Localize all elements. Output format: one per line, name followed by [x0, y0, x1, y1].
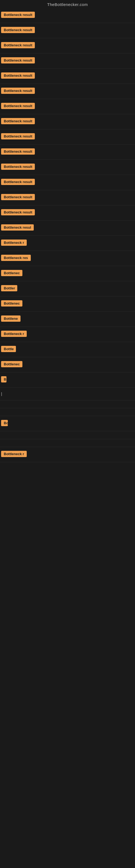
bottleneck-badge[interactable]: Bottleneck result — [1, 118, 35, 124]
bottleneck-badge[interactable]: Bottle — [1, 346, 16, 352]
result-row — [0, 400, 135, 408]
bottleneck-badge[interactable]: Bottleneck r — [1, 331, 27, 337]
result-row: Bottleneck result — [0, 205, 135, 220]
bottleneck-badge[interactable]: Bottlene — [1, 315, 20, 322]
result-row: B — [0, 372, 135, 388]
bottleneck-badge[interactable]: Bottleneck result — [1, 194, 35, 200]
result-row: Bo — [0, 416, 135, 431]
result-row: Bottleneck result — [0, 145, 135, 160]
bottleneck-badge[interactable]: Bottleneck result — [1, 57, 35, 63]
result-row: Bottlenec — [0, 357, 135, 372]
result-row: | — [0, 388, 135, 400]
result-row: Bottleneck r — [0, 447, 135, 462]
result-row: Bottleneck result — [0, 84, 135, 99]
site-header: TheBottlenecker.com — [0, 0, 135, 8]
bottleneck-badge[interactable]: Bottleneck result — [1, 12, 35, 18]
result-row: Bottleneck resul — [0, 220, 135, 236]
result-row: Bottleneck result — [0, 54, 135, 69]
result-row: Bottleneck result — [0, 23, 135, 38]
result-row: Bottleneck result — [0, 160, 135, 175]
bottleneck-badge[interactable]: Bottleneck result — [1, 179, 35, 185]
result-row: Bottleneck result — [0, 99, 135, 114]
bottleneck-badge[interactable]: Bottlenec — [1, 270, 22, 276]
bottleneck-badge[interactable]: Bottler — [1, 285, 17, 291]
result-row: Bottleneck r — [0, 236, 135, 251]
bottleneck-badge[interactable]: Bottleneck result — [1, 209, 35, 215]
result-row: Bottleneck result — [0, 38, 135, 54]
bottleneck-badge[interactable]: Bottleneck result — [1, 88, 35, 94]
bottleneck-badge[interactable]: Bottleneck result — [1, 103, 35, 109]
bottleneck-badge[interactable]: Bottleneck resul — [1, 224, 34, 230]
result-row: Bottleneck result — [0, 8, 135, 23]
result-row: Bottlene — [0, 312, 135, 327]
results-container: Bottleneck resultBottleneck resultBottle… — [0, 8, 135, 462]
result-row: Bottleneck res — [0, 251, 135, 266]
bottleneck-badge[interactable]: Bottleneck r — [1, 451, 27, 457]
cursor-indicator: | — [1, 392, 2, 396]
result-row: Bottleneck result — [0, 69, 135, 84]
bottleneck-badge[interactable]: B — [1, 376, 6, 382]
result-row: Bottle — [0, 342, 135, 357]
result-row: Bottleneck result — [0, 190, 135, 205]
result-row — [0, 431, 135, 439]
site-title: TheBottlenecker.com — [47, 2, 88, 7]
result-row: Bottlenec — [0, 297, 135, 312]
bottleneck-badge[interactable]: Bottleneck result — [1, 72, 35, 79]
bottleneck-badge[interactable]: Bottleneck result — [1, 148, 35, 155]
bottleneck-badge[interactable]: Bottleneck result — [1, 133, 35, 140]
result-row: Bottleneck result — [0, 175, 135, 190]
result-row: Bottleneck r — [0, 327, 135, 342]
result-row: Bottleneck result — [0, 114, 135, 129]
bottleneck-badge[interactable]: Bottleneck result — [1, 163, 35, 170]
bottleneck-badge[interactable]: Bottlenec — [1, 300, 22, 307]
bottleneck-badge[interactable]: Bottleneck result — [1, 42, 35, 48]
bottleneck-badge[interactable]: Bottleneck result — [1, 27, 35, 33]
bottleneck-badge[interactable]: Bottleneck r — [1, 240, 27, 246]
bottleneck-badge[interactable]: Bo — [1, 420, 8, 426]
bottleneck-badge[interactable]: Bottleneck res — [1, 255, 31, 261]
result-row: Bottler — [0, 281, 135, 297]
bottleneck-badge[interactable]: Bottlenec — [1, 361, 22, 367]
result-row: Bottleneck result — [0, 129, 135, 145]
result-row: Bottlenec — [0, 266, 135, 281]
result-row — [0, 408, 135, 416]
result-row — [0, 439, 135, 447]
